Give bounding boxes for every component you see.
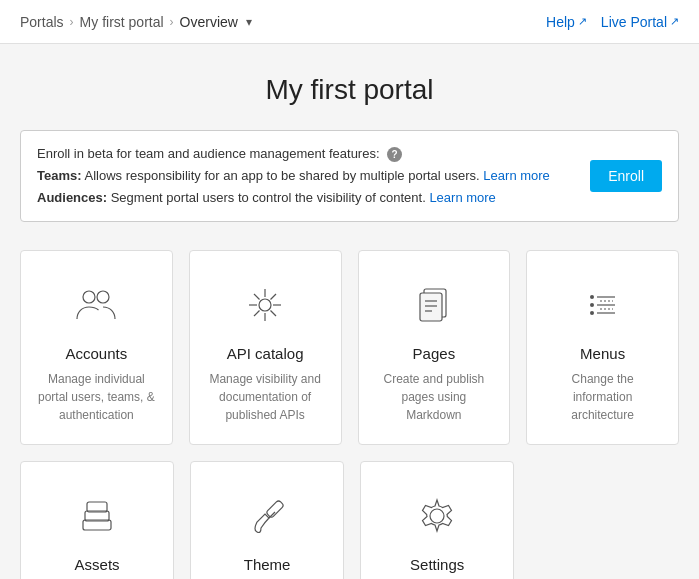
theme-card[interactable]: Theme Add style with CSS rules [190, 461, 344, 579]
top-nav: Portals › My first portal › Overview ▾ H… [0, 0, 699, 44]
svg-point-20 [590, 303, 594, 307]
live-portal-link[interactable]: Live Portal ↗ [601, 14, 679, 30]
audiences-learn-more-link[interactable]: Learn more [429, 190, 495, 205]
svg-point-19 [590, 295, 594, 299]
breadcrumb-sep-2: › [170, 15, 174, 29]
accounts-desc: Manage individual portal users, teams, &… [37, 370, 156, 424]
teams-text: Allows responsibility for an app to be s… [84, 168, 479, 183]
cards-row-2: Assets Manage images and other assets Th… [20, 461, 514, 579]
assets-icon [71, 490, 123, 542]
settings-card[interactable]: Settings Custom scripts, domain, email s… [360, 461, 514, 579]
svg-line-8 [271, 311, 277, 317]
audiences-text: Segment portal users to control the visi… [111, 190, 426, 205]
live-portal-external-icon: ↗ [670, 15, 679, 28]
api-catalog-desc: Manage visibility and documentation of p… [206, 370, 325, 424]
live-portal-label: Live Portal [601, 14, 667, 30]
pages-title: Pages [413, 345, 456, 362]
svg-rect-27 [266, 500, 284, 518]
menus-icon [577, 279, 629, 331]
enroll-button[interactable]: Enroll [590, 160, 662, 192]
pages-desc: Create and publish pages using Markdown [375, 370, 494, 424]
accounts-card[interactable]: Accounts Manage individual portal users,… [20, 250, 173, 445]
portals-breadcrumb-link[interactable]: Portals [20, 14, 64, 30]
svg-point-29 [430, 509, 444, 523]
api-catalog-card[interactable]: API catalog Manage visibility and docume… [189, 250, 342, 445]
menus-desc: Change the information architecture [543, 370, 662, 424]
svg-point-21 [590, 311, 594, 315]
teams-learn-more-link[interactable]: Learn more [483, 168, 549, 183]
overview-dropdown-button[interactable]: ▾ [242, 13, 256, 31]
api-catalog-title: API catalog [227, 345, 304, 362]
menus-card[interactable]: Menus Change the information architectur… [526, 250, 679, 445]
svg-rect-12 [420, 293, 442, 321]
theme-title: Theme [244, 556, 291, 573]
my-first-portal-breadcrumb-link[interactable]: My first portal [80, 14, 164, 30]
accounts-icon [70, 279, 122, 331]
teams-label: Teams: [37, 168, 82, 183]
cards-row-1: Accounts Manage individual portal users,… [20, 250, 679, 445]
theme-icon [241, 490, 293, 542]
beta-heading: Enroll in beta for team and audience man… [37, 146, 380, 161]
assets-card[interactable]: Assets Manage images and other assets [20, 461, 174, 579]
beta-notice: Enroll in beta for team and audience man… [20, 130, 679, 222]
help-link[interactable]: Help ↗ [546, 14, 587, 30]
breadcrumb-current: Overview ▾ [180, 13, 256, 31]
breadcrumb: Portals › My first portal › Overview ▾ [20, 13, 256, 31]
pages-icon [408, 279, 460, 331]
top-nav-actions: Help ↗ Live Portal ↗ [546, 14, 679, 30]
svg-line-10 [254, 311, 260, 317]
settings-icon [411, 490, 463, 542]
breadcrumb-sep-1: › [70, 15, 74, 29]
overview-label: Overview [180, 14, 238, 30]
svg-line-9 [271, 294, 277, 300]
assets-title: Assets [75, 556, 120, 573]
help-external-icon: ↗ [578, 15, 587, 28]
audiences-label: Audiences: [37, 190, 107, 205]
beta-help-icon[interactable]: ? [387, 147, 402, 162]
menus-title: Menus [580, 345, 625, 362]
page-title: My first portal [20, 74, 679, 106]
pages-card[interactable]: Pages Create and publish pages using Mar… [358, 250, 511, 445]
svg-point-2 [259, 299, 271, 311]
svg-line-7 [254, 294, 260, 300]
accounts-title: Accounts [66, 345, 128, 362]
settings-title: Settings [410, 556, 464, 573]
beta-notice-text: Enroll in beta for team and audience man… [37, 143, 550, 209]
main-content: My first portal Enroll in beta for team … [0, 44, 699, 579]
svg-point-1 [97, 291, 109, 303]
svg-point-0 [83, 291, 95, 303]
help-label: Help [546, 14, 575, 30]
api-catalog-icon [239, 279, 291, 331]
